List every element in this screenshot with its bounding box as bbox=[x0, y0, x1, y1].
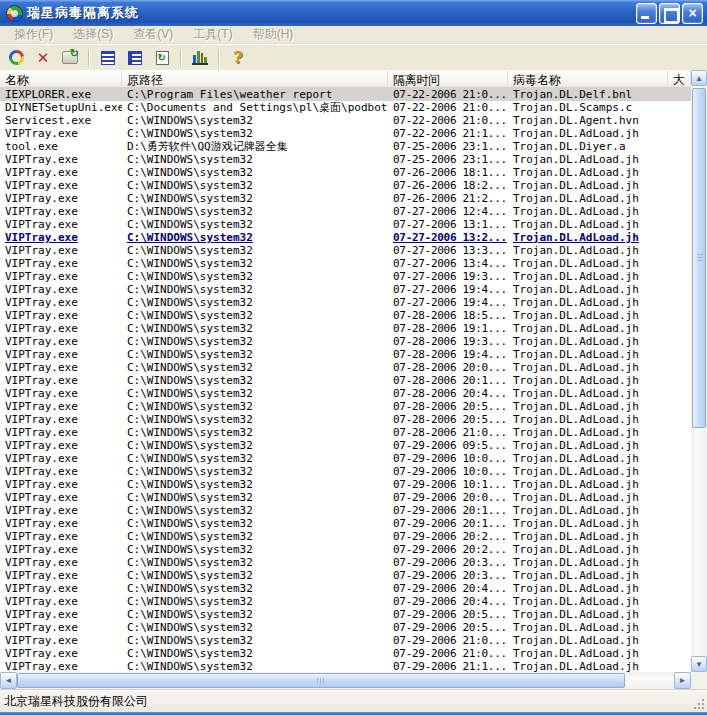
table-row[interactable]: VIPTray.exeC:\WINDOWS\system3207-27-2006… bbox=[0, 270, 691, 283]
table-row[interactable]: VIPTray.exeC:\WINDOWS\system3207-26-2006… bbox=[0, 192, 691, 205]
column-header-virus[interactable]: 病毒名称 bbox=[508, 70, 668, 87]
menu-view[interactable]: 查看(V) bbox=[123, 26, 183, 43]
table-cell: VIPTray.exe bbox=[0, 153, 122, 166]
table-row[interactable]: VIPTray.exeC:\WINDOWS\system3207-27-2006… bbox=[0, 244, 691, 257]
table-row[interactable]: VIPTray.exeC:\WINDOWS\system3207-25-2006… bbox=[0, 153, 691, 166]
vertical-scrollbar-thumb[interactable] bbox=[692, 88, 706, 428]
table-row[interactable]: VIPTray.exeC:\WINDOWS\system3207-29-2006… bbox=[0, 660, 691, 672]
table-row[interactable]: VIPTray.exeC:\WINDOWS\system3207-27-2006… bbox=[0, 283, 691, 296]
column-header-name[interactable]: 名称 bbox=[0, 70, 122, 87]
help-button[interactable]: ? bbox=[226, 47, 250, 69]
table-cell: VIPTray.exe bbox=[0, 439, 122, 452]
table-row[interactable]: VIPTray.exeC:\WINDOWS\system3207-29-2006… bbox=[0, 478, 691, 491]
details-view-button[interactable] bbox=[96, 47, 120, 69]
table-row[interactable]: VIPTray.exeC:\WINDOWS\system3207-29-2006… bbox=[0, 595, 691, 608]
titlebar: 瑞星病毒隔离系统 × bbox=[0, 0, 707, 26]
table-row[interactable]: VIPTray.exeC:\WINDOWS\system3207-29-2006… bbox=[0, 491, 691, 504]
table-row[interactable]: VIPTray.exeC:\WINDOWS\system3207-29-2006… bbox=[0, 647, 691, 660]
table-row[interactable]: VIPTray.exeC:\WINDOWS\system3207-29-2006… bbox=[0, 504, 691, 517]
table-row[interactable]: VIPTray.exeC:\WINDOWS\system3207-29-2006… bbox=[0, 621, 691, 634]
table-cell: Trojan.DL.AdLoad.jh bbox=[508, 504, 668, 517]
table-row[interactable]: VIPTray.exeC:\WINDOWS\system3207-28-2006… bbox=[0, 374, 691, 387]
table-cell: C:\WINDOWS\system32 bbox=[122, 504, 388, 517]
table-row[interactable]: VIPTray.exeC:\WINDOWS\system3207-29-2006… bbox=[0, 452, 691, 465]
column-header-time[interactable]: 隔离时间 bbox=[388, 70, 508, 87]
menu-operation[interactable]: 操作(F) bbox=[4, 26, 63, 43]
table-row[interactable]: VIPTray.exeC:\WINDOWS\system3207-28-2006… bbox=[0, 413, 691, 426]
table-row[interactable]: VIPTray.exeC:\WINDOWS\system3207-22-2006… bbox=[0, 127, 691, 140]
table-cell: Trojan.DL.AdLoad.jh bbox=[508, 322, 668, 335]
table-row[interactable]: VIPTray.exeC:\WINDOWS\system3207-28-2006… bbox=[0, 322, 691, 335]
scroll-right-icon[interactable]: ► bbox=[674, 672, 691, 689]
minimize-button[interactable] bbox=[636, 3, 657, 24]
submit-button[interactable] bbox=[58, 47, 82, 69]
table-row[interactable]: VIPTray.exeC:\WINDOWS\system3207-28-2006… bbox=[0, 309, 691, 322]
table-row[interactable]: VIPTray.exeC:\WINDOWS\system3207-29-2006… bbox=[0, 569, 691, 582]
table-row[interactable]: tool.exeD:\勇芳软件\QQ游戏记牌器全集07-25-2006 23:1… bbox=[0, 140, 691, 153]
table-cell bbox=[668, 166, 691, 179]
table-row[interactable]: VIPTray.exeC:\WINDOWS\system3207-29-2006… bbox=[0, 439, 691, 452]
vertical-scrollbar[interactable]: ▲ ▼ bbox=[691, 70, 707, 672]
table-row[interactable]: VIPTray.exeC:\WINDOWS\system3207-29-2006… bbox=[0, 517, 691, 530]
scroll-up-icon[interactable]: ▲ bbox=[691, 70, 707, 86]
table-cell: 07-28-2006 19:1... bbox=[388, 322, 508, 335]
table-row[interactable]: VIPTray.exeC:\WINDOWS\system3207-29-2006… bbox=[0, 634, 691, 647]
menu-select[interactable]: 选择(S) bbox=[63, 26, 123, 43]
table-row[interactable]: VIPTray.exeC:\WINDOWS\system3207-28-2006… bbox=[0, 426, 691, 439]
horizontal-scrollbar[interactable]: ◄ ► bbox=[0, 672, 691, 689]
table-row[interactable]: VIPTray.exeC:\WINDOWS\system3207-28-2006… bbox=[0, 400, 691, 413]
column-header-path[interactable]: 原路径 bbox=[122, 70, 388, 87]
table-row[interactable]: DIYNETSetupUni.exeC:\Documents and Setti… bbox=[0, 101, 691, 114]
table-cell: 07-29-2006 20:0... bbox=[388, 491, 508, 504]
horizontal-scrollbar-thumb[interactable] bbox=[17, 673, 625, 688]
refresh-view-button[interactable] bbox=[150, 47, 174, 69]
table-row[interactable]: VIPTray.exeC:\WINDOWS\system3207-27-2006… bbox=[0, 205, 691, 218]
table-cell bbox=[668, 543, 691, 556]
table-cell: 07-29-2006 20:2... bbox=[388, 543, 508, 556]
menu-help[interactable]: 帮助(H) bbox=[243, 26, 304, 43]
table-row[interactable]: VIPTray.exeC:\WINDOWS\system3207-29-2006… bbox=[0, 530, 691, 543]
table-row[interactable]: VIPTray.exeC:\WINDOWS\system3207-28-2006… bbox=[0, 335, 691, 348]
table-cell bbox=[668, 322, 691, 335]
table-row[interactable]: VIPTray.exeC:\WINDOWS\system3207-29-2006… bbox=[0, 543, 691, 556]
table-row[interactable]: VIPTray.exeC:\WINDOWS\system3207-29-2006… bbox=[0, 582, 691, 595]
statistics-button[interactable] bbox=[188, 47, 212, 69]
scroll-left-icon[interactable]: ◄ bbox=[0, 672, 17, 689]
table-row[interactable]: VIPTray.exeC:\WINDOWS\system3207-26-2006… bbox=[0, 179, 691, 192]
close-button[interactable]: × bbox=[682, 3, 703, 24]
table-row[interactable]: VIPTray.exeC:\WINDOWS\system3207-28-2006… bbox=[0, 387, 691, 400]
table-cell: C:\WINDOWS\system32 bbox=[122, 218, 388, 231]
table-row[interactable]: VIPTray.exeC:\WINDOWS\system3207-28-2006… bbox=[0, 361, 691, 374]
table-row[interactable]: VIPTray.exeC:\WINDOWS\system3207-28-2006… bbox=[0, 348, 691, 361]
table-row[interactable]: VIPTray.exeC:\WINDOWS\system3207-26-2006… bbox=[0, 166, 691, 179]
scroll-down-icon[interactable]: ▼ bbox=[691, 656, 707, 672]
table-cell: VIPTray.exe bbox=[0, 218, 122, 231]
table-row[interactable]: VIPTray.exeC:\WINDOWS\system3207-27-2006… bbox=[0, 231, 691, 244]
table-cell: C:\WINDOWS\system32 bbox=[122, 543, 388, 556]
table-row[interactable]: VIPTray.exeC:\WINDOWS\system3207-29-2006… bbox=[0, 556, 691, 569]
list-view-button[interactable] bbox=[123, 47, 147, 69]
maximize-button[interactable] bbox=[659, 3, 680, 24]
menu-tools[interactable]: 工具(T) bbox=[183, 26, 242, 43]
table-cell: VIPTray.exe bbox=[0, 595, 122, 608]
help-icon: ? bbox=[233, 48, 242, 67]
table-cell: 07-28-2006 21:0... bbox=[388, 426, 508, 439]
delete-button[interactable]: ✕ bbox=[31, 47, 55, 69]
table-row[interactable]: VIPTray.exeC:\WINDOWS\system3207-27-2006… bbox=[0, 257, 691, 270]
table-cell: Trojan.DL.AdLoad.jh bbox=[508, 335, 668, 348]
table-row[interactable]: VIPTray.exeC:\WINDOWS\system3207-29-2006… bbox=[0, 465, 691, 478]
restore-button[interactable] bbox=[4, 47, 28, 69]
column-header-size[interactable]: 大 bbox=[668, 70, 691, 87]
table-row[interactable]: VIPTray.exeC:\WINDOWS\system3207-27-2006… bbox=[0, 218, 691, 231]
table-row[interactable]: Servicest.exeC:\WINDOWS\system3207-22-20… bbox=[0, 114, 691, 127]
table-row[interactable]: IEXPLORER.exeC:\Program Files\weather re… bbox=[0, 88, 691, 101]
table-cell: tool.exe bbox=[0, 140, 122, 153]
table-cell: Trojan.DL.AdLoad.jh bbox=[508, 361, 668, 374]
table-cell: Trojan.DL.AdLoad.jh bbox=[508, 153, 668, 166]
table-row[interactable]: VIPTray.exeC:\WINDOWS\system3207-27-2006… bbox=[0, 296, 691, 309]
resize-grip-icon[interactable] bbox=[693, 698, 705, 710]
table-cell: VIPTray.exe bbox=[0, 179, 122, 192]
table-cell bbox=[668, 452, 691, 465]
table-row[interactable]: VIPTray.exeC:\WINDOWS\system3207-29-2006… bbox=[0, 608, 691, 621]
table-cell bbox=[668, 621, 691, 634]
